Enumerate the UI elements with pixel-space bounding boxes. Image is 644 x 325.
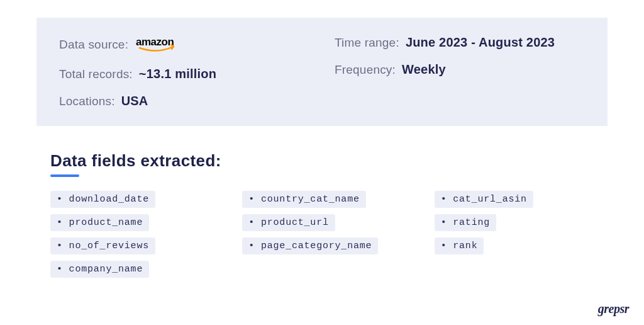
- info-column-right: Time range: June 2023 - August 2023 Freq…: [335, 35, 585, 108]
- field-pill: • page_category_name: [242, 237, 378, 254]
- amazon-logo-icon: amazon: [136, 35, 192, 54]
- time-range-value: June 2023 - August 2023: [406, 35, 555, 50]
- frequency-row: Frequency: Weekly: [335, 62, 585, 77]
- locations-value: USA: [121, 94, 148, 108]
- fields-column-3: • cat_url_asin • rating • rank: [435, 191, 608, 278]
- total-records-label: Total records:: [59, 67, 133, 81]
- locations-label: Locations:: [59, 94, 115, 108]
- time-range-label: Time range:: [335, 36, 399, 50]
- section-title: Data fields extracted:: [50, 151, 644, 171]
- title-underline: [50, 174, 79, 177]
- frequency-label: Frequency:: [335, 63, 396, 77]
- field-pill: • cat_url_asin: [435, 191, 533, 208]
- fields-column-2: • country_cat_name • product_url • page_…: [242, 191, 415, 278]
- total-records-value: ~13.1 million: [139, 67, 216, 81]
- field-pill: • no_of_reviews: [50, 237, 155, 254]
- total-records-row: Total records: ~13.1 million: [59, 67, 309, 81]
- field-pill: • rating: [435, 214, 496, 231]
- field-pill: • download_date: [50, 191, 155, 208]
- fields-area: • download_date • product_name • no_of_r…: [50, 191, 608, 278]
- frequency-value: Weekly: [402, 62, 446, 77]
- field-pill: • rank: [435, 237, 484, 254]
- brand-logo: grepsr: [598, 302, 629, 316]
- field-pill: • product_name: [50, 214, 149, 231]
- fields-column-1: • download_date • product_name • no_of_r…: [50, 191, 223, 278]
- time-range-row: Time range: June 2023 - August 2023: [335, 35, 585, 50]
- data-source-row: Data source: amazon: [59, 35, 309, 54]
- info-column-left: Data source: amazon Total records: ~13.1…: [59, 35, 309, 108]
- locations-row: Locations: USA: [59, 94, 309, 108]
- data-source-label: Data source:: [59, 38, 128, 52]
- field-pill: • product_url: [242, 214, 335, 231]
- field-pill: • company_name: [50, 261, 149, 278]
- svg-text:amazon: amazon: [136, 36, 174, 48]
- field-pill: • country_cat_name: [242, 191, 365, 208]
- info-panel: Data source: amazon Total records: ~13.1…: [36, 18, 608, 126]
